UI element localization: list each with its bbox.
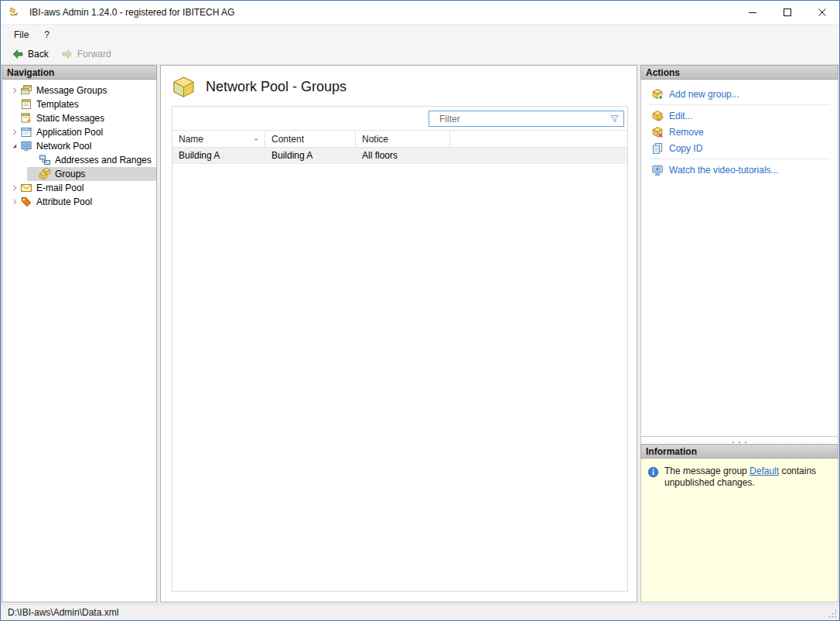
close-button[interactable] xyxy=(804,1,839,24)
action-edit[interactable]: Edit... xyxy=(641,107,838,124)
chevron-collapsed-icon[interactable] xyxy=(9,127,20,138)
tree-item-label: Network Pool xyxy=(36,141,91,152)
navigation-panel: Navigation Message GroupsTemplatesStatic… xyxy=(2,65,157,602)
chevron-expanded-icon[interactable] xyxy=(9,141,20,152)
addresses-and-ranges-icon xyxy=(39,154,51,166)
add-group-icon xyxy=(651,88,664,101)
groups-icon xyxy=(39,168,51,180)
edit-group-icon xyxy=(651,110,664,122)
tree-item-attribute-pool[interactable]: Attribute Pool xyxy=(9,195,156,209)
column-header-name[interactable]: Name xyxy=(172,131,265,147)
resize-grip-icon[interactable] xyxy=(828,609,838,619)
toolbar: Back Forward xyxy=(1,44,839,65)
minimize-icon xyxy=(749,9,756,16)
email-pool-icon xyxy=(20,182,32,194)
action-watch-the-video-tutorials[interactable]: Watch the video-tutorials... xyxy=(641,162,838,178)
actions-separator xyxy=(649,159,830,159)
action-remove[interactable]: Remove xyxy=(641,124,838,140)
statusbar: D:\IBI-aws\Admin\Data.xml xyxy=(1,604,839,620)
workspace: Navigation Message GroupsTemplatesStatic… xyxy=(1,65,839,604)
table-body: Building ABuilding AAll floors xyxy=(172,148,627,164)
column-header-filler xyxy=(450,131,627,147)
table-header: NameContentNotice xyxy=(172,131,627,148)
navigation-panel-header: Navigation xyxy=(2,65,157,80)
action-label: Edit... xyxy=(669,111,693,121)
table-cell: Building A xyxy=(265,148,356,163)
filter-funnel-icon[interactable] xyxy=(609,113,621,125)
action-label: Watch the video-tutorials... xyxy=(669,165,779,176)
table-cell: Building A xyxy=(172,148,265,163)
column-header-notice[interactable]: Notice xyxy=(356,131,450,147)
tree-item-message-groups[interactable]: Message Groups xyxy=(9,84,156,97)
column-header-label: Content xyxy=(271,134,304,145)
copy-id-icon xyxy=(651,142,664,155)
table-row[interactable]: Building ABuilding AAll floors xyxy=(172,148,627,164)
default-group-link[interactable]: Default xyxy=(750,466,779,476)
forward-arrow-icon xyxy=(61,48,73,60)
tree-item-label: Groups xyxy=(55,169,85,179)
chevron-spacer xyxy=(9,99,20,111)
menubar: File ? xyxy=(1,25,839,44)
tree-item-groups[interactable]: Groups xyxy=(27,167,156,181)
tree-item-addresses-and-ranges[interactable]: Addresses and Ranges xyxy=(27,153,156,167)
info-icon xyxy=(647,466,659,478)
page-title: Network Pool - Groups xyxy=(206,79,347,95)
filter-input[interactable] xyxy=(429,111,623,126)
tree-item-label: Application Pool xyxy=(36,127,103,138)
statusbar-path: D:\IBI-aws\Admin\Data.xml xyxy=(8,607,118,618)
minimize-button[interactable] xyxy=(735,1,770,24)
forward-button: Forward xyxy=(55,46,118,62)
titlebar: IBI-aws Admin 1.24.0 - registered for IB… xyxy=(1,1,839,25)
tree-item-label: Static Messages xyxy=(36,113,104,124)
right-panel: Actions Add new group...Edit...RemoveCop… xyxy=(640,65,838,602)
column-header-label: Notice xyxy=(362,134,388,145)
application-pool-icon xyxy=(20,126,32,138)
column-header-label: Name xyxy=(179,134,203,145)
menu-file[interactable]: File xyxy=(6,27,36,43)
tree-item-label: Attribute Pool xyxy=(36,196,92,207)
table-cell: All floors xyxy=(356,148,450,163)
tree-item-static-messages[interactable]: Static Messages xyxy=(9,111,156,125)
navigation-tree: Message GroupsTemplatesStatic MessagesAp… xyxy=(2,80,157,602)
panel-splitter[interactable] xyxy=(640,437,838,444)
attribute-pool-icon xyxy=(20,196,32,208)
video-tutorials-icon xyxy=(651,164,664,176)
static-messages-icon xyxy=(20,112,32,125)
filter-box xyxy=(429,111,624,127)
tree-item-network-pool[interactable]: Network Pool xyxy=(9,139,156,153)
action-copy-id[interactable]: Copy ID xyxy=(641,140,838,156)
action-add-new-group[interactable]: Add new group... xyxy=(641,86,838,102)
tree-item-application-pool[interactable]: Application Pool xyxy=(9,125,156,139)
message-groups-icon xyxy=(20,84,32,97)
back-arrow-icon xyxy=(12,48,24,60)
actions-separator xyxy=(649,104,830,105)
tree-item-e-mail-pool[interactable]: E-mail Pool xyxy=(9,181,156,195)
maximize-icon xyxy=(784,9,791,16)
info-text-before: The message group xyxy=(664,466,750,476)
back-button-label: Back xyxy=(28,49,49,60)
chevron-collapsed-icon[interactable] xyxy=(9,85,20,97)
network-pool-icon xyxy=(20,140,32,152)
sort-ascending-icon xyxy=(251,135,261,144)
maximize-button[interactable] xyxy=(770,1,804,24)
chevron-spacer xyxy=(27,155,39,166)
templates-icon xyxy=(20,98,32,111)
forward-button-label: Forward xyxy=(77,49,111,60)
chevron-spacer xyxy=(27,169,39,180)
chevron-spacer xyxy=(9,113,20,125)
chevron-collapsed-icon[interactable] xyxy=(9,196,20,208)
action-label: Add new group... xyxy=(669,89,739,100)
back-button[interactable]: Back xyxy=(5,46,55,62)
content-panel: Network Pool - Groups NameContentNotice … xyxy=(160,65,637,602)
groups-list: NameContentNotice Building ABuilding AAl… xyxy=(172,106,628,592)
information-panel-header: Information xyxy=(640,444,838,459)
tree-item-label: Templates xyxy=(36,99,79,110)
remove-group-icon xyxy=(651,126,664,138)
tree-item-templates[interactable]: Templates xyxy=(9,97,156,111)
chevron-collapsed-icon[interactable] xyxy=(9,183,20,194)
content-header: Network Pool - Groups xyxy=(161,66,637,99)
tree-item-label: E-mail Pool xyxy=(36,183,84,193)
information-text: The message group Default contains unpub… xyxy=(664,466,828,489)
menu-help[interactable]: ? xyxy=(36,27,57,43)
column-header-content[interactable]: Content xyxy=(265,131,356,147)
